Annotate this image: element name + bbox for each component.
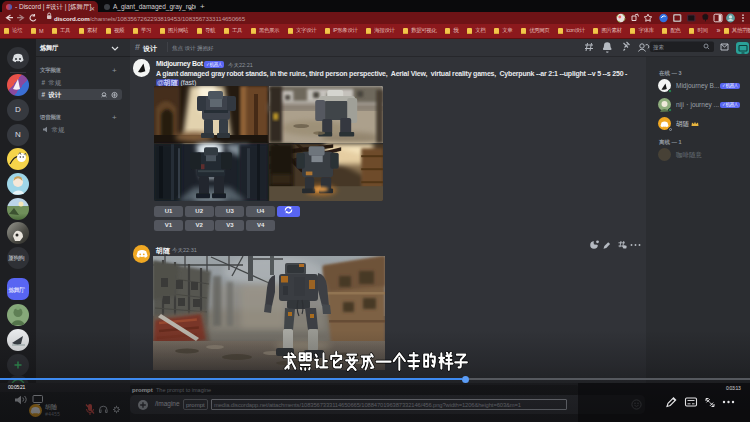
svg-text:#4455: #4455 (45, 412, 60, 418)
svg-text:胡随: 胡随 (45, 403, 57, 411)
svg-text:搜索: 搜索 (653, 44, 664, 51)
